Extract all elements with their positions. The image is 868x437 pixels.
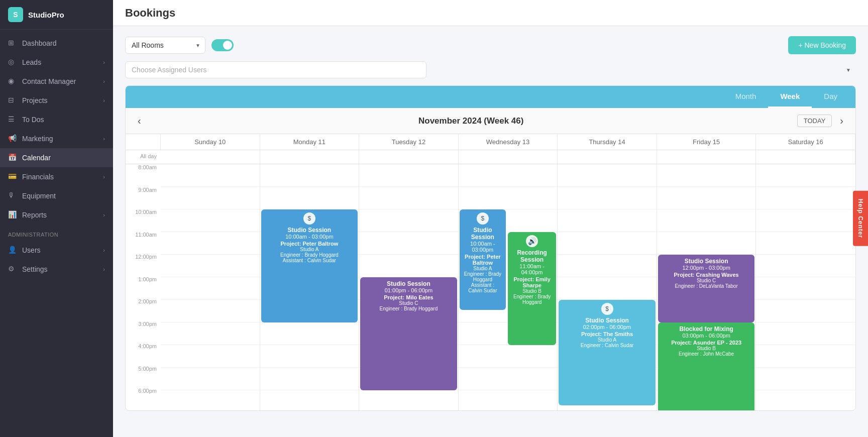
event-icon-dollar3: $	[601, 303, 613, 315]
topbar: Bookings	[113, 0, 868, 26]
chevron-contact-manager: ›	[103, 78, 105, 84]
assigned-users-select[interactable]: Choose Assigned Users	[125, 61, 426, 78]
page-title: Bookings	[125, 7, 175, 20]
time-labels: 8:00am 9:00am 10:00am 11:00am 12:00pm 1:…	[126, 164, 161, 410]
calendar-days-header: Sunday 10 Monday 11 Tuesday 12 Wednesday…	[126, 134, 855, 150]
controls-row: All Rooms + New Booking	[125, 36, 856, 54]
toggle-switch[interactable]	[211, 39, 234, 51]
day-header-fri: Friday 15	[657, 134, 756, 150]
sidebar-item-projects[interactable]: ⊟ Projects ›	[0, 91, 113, 110]
time-12pm: 12:00pm	[126, 254, 161, 276]
time-9am: 9:00am	[126, 187, 161, 209]
content-area: All Rooms + New Booking Choose Assigned …	[113, 26, 868, 437]
chevron-financials: ›	[103, 174, 105, 180]
sidebar-item-contact-manager[interactable]: ◉ Contact Manager ›	[0, 72, 113, 91]
sidebar-item-financials[interactable]: 💳 Financials ›	[0, 167, 113, 186]
day-header-tue: Tuesday 12	[359, 134, 459, 150]
sidebar-label-marketing: Marketing	[22, 135, 53, 143]
day-col-thu: $ Studio Session 02:00pm - 06:00pm Proje…	[558, 164, 657, 410]
sidebar-label-financials: Financials	[22, 173, 54, 181]
sidebar-item-reports[interactable]: 📊 Reports ›	[0, 205, 113, 225]
day-col-sat	[756, 164, 855, 410]
admin-section-label: Administration	[0, 225, 113, 241]
calendar-view-tabs: Month Week Day	[126, 86, 855, 108]
sidebar-item-marketing[interactable]: 📢 Marketing ›	[0, 129, 113, 148]
event-mon-studio[interactable]: $ Studio Session 10:00am - 03:00pm Proje…	[261, 209, 358, 322]
time-11am: 11:00am	[126, 232, 161, 254]
time-1pm: 1:00pm	[126, 276, 161, 299]
time-8am: 8:00am	[126, 164, 161, 187]
time-10am: 10:00am	[126, 209, 161, 232]
day-col-wed: $ Studio Session 10:00am - 03:00pm Proje…	[459, 164, 558, 410]
logo-icon: S	[8, 7, 23, 22]
time-4pm: 4:00pm	[126, 343, 161, 366]
chevron-marketing: ›	[103, 136, 105, 142]
day-header-mon: Monday 11	[260, 134, 360, 150]
allday-thu	[558, 150, 657, 164]
sidebar-item-dashboard[interactable]: ⊞ Dashboard	[0, 34, 113, 53]
day-col-fri: Studio Session 12:00pm - 03:00pm Project…	[657, 164, 756, 410]
sidebar-item-equipment[interactable]: 🎙 Equipment	[0, 186, 113, 205]
time-3pm: 3:00pm	[126, 321, 161, 344]
calendar-container: Month Week Day ‹ November 2024 (Week 46)…	[125, 85, 856, 411]
allday-sun	[161, 150, 260, 164]
icon-projects: ⊟	[8, 96, 17, 105]
chevron-reports: ›	[103, 212, 105, 218]
event-wed-recording[interactable]: 🔊 Recording Session 11:00am - 04:00pm Pr…	[508, 232, 556, 345]
time-6pm: 6:00pm	[126, 388, 161, 410]
chevron-settings: ›	[103, 266, 105, 272]
help-center[interactable]: Help Center	[853, 191, 868, 246]
time-5pm: 5:00pm	[126, 366, 161, 388]
tab-week[interactable]: Week	[768, 86, 812, 108]
event-thu-studio[interactable]: $ Studio Session 02:00pm - 06:00pm Proje…	[559, 300, 656, 405]
room-select[interactable]: All Rooms	[125, 37, 205, 54]
calendar-view-toggle	[211, 39, 238, 51]
day-col-sun	[161, 164, 260, 410]
allday-label: All day	[126, 150, 161, 164]
prev-week-button[interactable]: ‹	[134, 113, 145, 129]
sidebar-item-settings[interactable]: ⚙ Settings ›	[0, 260, 113, 279]
event-fri-studio[interactable]: Studio Session 12:00pm - 03:00pm Project…	[658, 255, 755, 322]
allday-mon	[260, 150, 360, 164]
allday-wed	[459, 150, 558, 164]
event-fri-mixing[interactable]: Blocked for Mixing 03:00pm - 06:00pm Pro…	[658, 322, 755, 410]
room-select-wrapper: All Rooms	[125, 37, 205, 54]
icon-contact-manager: ◉	[8, 77, 17, 86]
sidebar-item-to-dos[interactable]: ☰ To Dos	[0, 110, 113, 129]
sidebar-label-contact-manager: Contact Manager	[22, 77, 76, 85]
time-2pm: 2:00pm	[126, 298, 161, 321]
sidebar: S StudioPro ⊞ Dashboard ◎ Leads › ◉ Cont…	[0, 0, 113, 437]
time-grid: 8:00am 9:00am 10:00am 11:00am 12:00pm 1:…	[126, 164, 855, 410]
icon-leads: ◎	[8, 58, 17, 67]
event-icon-dollar: $	[303, 212, 315, 225]
event-tue-studio[interactable]: Studio Session 01:00pm - 06:00pm Project…	[360, 277, 457, 390]
assigned-users-row: Choose Assigned Users	[125, 61, 856, 78]
today-button[interactable]: TODAY	[797, 115, 832, 127]
chevron-leads: ›	[103, 59, 105, 65]
event-wed-studio[interactable]: $ Studio Session 10:00am - 03:00pm Proje…	[460, 209, 506, 310]
sidebar-label-reports: Reports	[22, 211, 47, 219]
icon-to-dos: ☰	[8, 115, 17, 124]
next-week-button[interactable]: ›	[836, 113, 847, 129]
sidebar-item-leads[interactable]: ◎ Leads ›	[0, 53, 113, 72]
new-booking-button[interactable]: + New Booking	[788, 36, 856, 54]
sidebar-label-leads: Leads	[22, 58, 41, 66]
icon-dashboard: ⊞	[8, 39, 17, 48]
icon-equipment: 🎙	[8, 191, 17, 200]
calendar-nav: ‹ November 2024 (Week 46) TODAY ›	[126, 108, 855, 134]
allday-sat	[756, 150, 855, 164]
icon-users: 👤	[8, 246, 17, 255]
sidebar-item-calendar[interactable]: 📅 Calendar	[0, 148, 113, 167]
tab-day[interactable]: Day	[812, 86, 849, 108]
allday-fri	[657, 150, 756, 164]
day-header-sat: Saturday 16	[756, 134, 855, 150]
event-icon-speaker: 🔊	[526, 235, 538, 247]
sidebar-nav: ⊞ Dashboard ◎ Leads › ◉ Contact Manager …	[0, 30, 113, 437]
day-col-tue: Studio Session 01:00pm - 06:00pm Project…	[359, 164, 459, 410]
day-columns: $ Studio Session 10:00am - 03:00pm Proje…	[161, 164, 855, 410]
tab-month[interactable]: Month	[723, 86, 769, 108]
sidebar-label-users: Users	[22, 246, 41, 254]
chevron-users: ›	[103, 247, 105, 253]
icon-reports: 📊	[8, 210, 17, 220]
sidebar-item-users[interactable]: 👤 Users ›	[0, 241, 113, 260]
